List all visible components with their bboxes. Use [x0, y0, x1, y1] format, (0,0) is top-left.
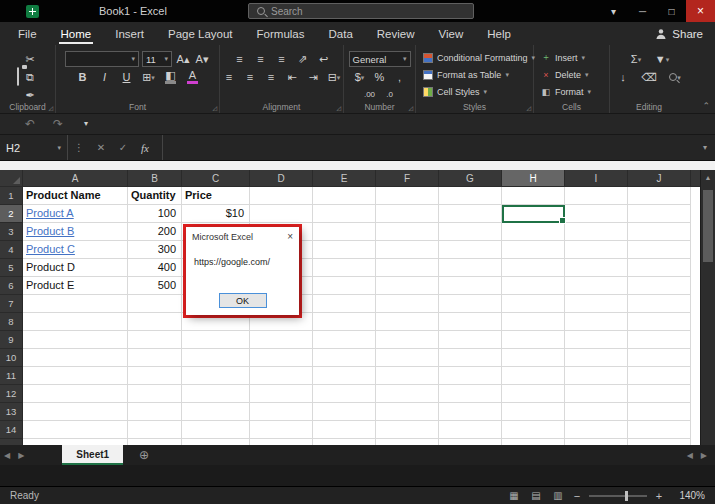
- cell-J14[interactable]: [628, 421, 691, 439]
- cell-F8[interactable]: [376, 313, 439, 331]
- paste-button[interactable]: [17, 68, 19, 86]
- column-header-b[interactable]: B: [128, 170, 182, 187]
- fill-icon[interactable]: ↓: [615, 69, 631, 85]
- format-cells-button[interactable]: ◧Format▾: [537, 83, 606, 100]
- row-header-5[interactable]: 5: [0, 259, 23, 277]
- cell-styles-button[interactable]: Cell Styles▾: [419, 83, 530, 100]
- cell-F12[interactable]: [376, 385, 439, 403]
- ribbon-tab-help[interactable]: Help: [475, 22, 523, 45]
- clear-icon[interactable]: ⌫: [641, 69, 657, 85]
- zoom-slider-thumb[interactable]: [625, 491, 628, 501]
- cell-I3[interactable]: [565, 223, 628, 241]
- row-header-13[interactable]: 13: [0, 403, 23, 421]
- row-header-6[interactable]: 6: [0, 277, 23, 295]
- decrease-font-size-icon[interactable]: A▾: [194, 51, 210, 67]
- cell-E11[interactable]: [313, 367, 376, 385]
- cell-E4[interactable]: [313, 241, 376, 259]
- format-painter-icon[interactable]: ✒: [22, 87, 38, 103]
- decrease-indent-icon[interactable]: ⇤: [284, 69, 300, 85]
- cell-G4[interactable]: [439, 241, 502, 259]
- align-middle-icon[interactable]: ≡: [253, 51, 269, 67]
- cell-B13[interactable]: [128, 403, 182, 421]
- normal-view-icon[interactable]: ▦: [503, 490, 525, 501]
- cell-D2[interactable]: [250, 205, 313, 223]
- font-dialog-launcher-icon[interactable]: ◿: [212, 104, 217, 111]
- fill-color-icon[interactable]: ◧: [163, 70, 179, 84]
- cell-G1[interactable]: [439, 187, 502, 205]
- zoom-level[interactable]: 140%: [667, 490, 705, 501]
- cell-I6[interactable]: [565, 277, 628, 295]
- zoom-slider[interactable]: [589, 495, 647, 497]
- cell-A5[interactable]: Product D: [23, 259, 128, 277]
- cell-J10[interactable]: [628, 349, 691, 367]
- column-header-e[interactable]: E: [313, 170, 376, 187]
- cell-H5[interactable]: [502, 259, 565, 277]
- page-layout-view-icon[interactable]: ▤: [525, 490, 547, 501]
- column-header-i[interactable]: I: [565, 170, 628, 187]
- cell-I9[interactable]: [565, 331, 628, 349]
- cell-D11[interactable]: [250, 367, 313, 385]
- cell-G5[interactable]: [439, 259, 502, 277]
- cell-I1[interactable]: [565, 187, 628, 205]
- zoom-in-icon[interactable]: +: [651, 490, 667, 502]
- cell-H3[interactable]: [502, 223, 565, 241]
- sheet-nav-right-icon[interactable]: ▶: [14, 445, 28, 465]
- cell-J9[interactable]: [628, 331, 691, 349]
- cell-F10[interactable]: [376, 349, 439, 367]
- new-sheet-icon[interactable]: ⊕: [139, 445, 149, 465]
- cell-H12[interactable]: [502, 385, 565, 403]
- cell-C1[interactable]: Price: [182, 187, 250, 205]
- cell-E6[interactable]: [313, 277, 376, 295]
- row-header-3[interactable]: 3: [0, 223, 23, 241]
- dialog-close-icon[interactable]: ×: [287, 232, 293, 242]
- font-size-dropdown[interactable]: 11▾: [142, 51, 172, 67]
- find-select-icon[interactable]: ▾: [667, 69, 683, 85]
- cell-B8[interactable]: [128, 313, 182, 331]
- cell-J11[interactable]: [628, 367, 691, 385]
- cell-C14[interactable]: [182, 421, 250, 439]
- cell-A11[interactable]: [23, 367, 128, 385]
- page-break-view-icon[interactable]: ▥: [547, 490, 569, 501]
- cell-H1[interactable]: [502, 187, 565, 205]
- cell-H14[interactable]: [502, 421, 565, 439]
- cell-C2[interactable]: $10: [182, 205, 250, 223]
- tab-scroll-left-icon[interactable]: ◀: [683, 445, 697, 465]
- cell-B11[interactable]: [128, 367, 182, 385]
- cell-J4[interactable]: [628, 241, 691, 259]
- font-color-icon[interactable]: A: [185, 70, 201, 84]
- clipboard-dialog-launcher-icon[interactable]: ◿: [48, 104, 53, 111]
- cell-F14[interactable]: [376, 421, 439, 439]
- cell-H11[interactable]: [502, 367, 565, 385]
- cell-D13[interactable]: [250, 403, 313, 421]
- cell-F6[interactable]: [376, 277, 439, 295]
- merge-center-icon[interactable]: ⊟▾: [326, 69, 342, 85]
- zoom-out-icon[interactable]: −: [569, 490, 585, 502]
- cell-A1[interactable]: Product Name: [23, 187, 128, 205]
- cell-F9[interactable]: [376, 331, 439, 349]
- alignment-dialog-launcher-icon[interactable]: ◿: [336, 104, 341, 111]
- cell-J5[interactable]: [628, 259, 691, 277]
- cell-I2[interactable]: [565, 205, 628, 223]
- cell-G2[interactable]: [439, 205, 502, 223]
- cell-A13[interactable]: [23, 403, 128, 421]
- cell-I12[interactable]: [565, 385, 628, 403]
- ribbon-tab-review[interactable]: Review: [365, 22, 427, 45]
- cell-H7[interactable]: [502, 295, 565, 313]
- cell-J8[interactable]: [628, 313, 691, 331]
- cell-I7[interactable]: [565, 295, 628, 313]
- column-header-d[interactable]: D: [250, 170, 313, 187]
- cell-B6[interactable]: 500: [128, 277, 182, 295]
- name-box[interactable]: H2 ▾: [0, 135, 68, 160]
- cell-E2[interactable]: [313, 205, 376, 223]
- underline-button[interactable]: U: [119, 69, 135, 85]
- cell-B2[interactable]: 100: [128, 205, 182, 223]
- align-top-icon[interactable]: ≡: [232, 51, 248, 67]
- cell-H6[interactable]: [502, 277, 565, 295]
- maximize-button[interactable]: □: [657, 0, 686, 22]
- cell-G10[interactable]: [439, 349, 502, 367]
- delete-cells-button[interactable]: ×Delete▾: [537, 66, 606, 83]
- cell-B12[interactable]: [128, 385, 182, 403]
- share-button[interactable]: Share: [655, 22, 703, 45]
- cell-E7[interactable]: [313, 295, 376, 313]
- cell-G13[interactable]: [439, 403, 502, 421]
